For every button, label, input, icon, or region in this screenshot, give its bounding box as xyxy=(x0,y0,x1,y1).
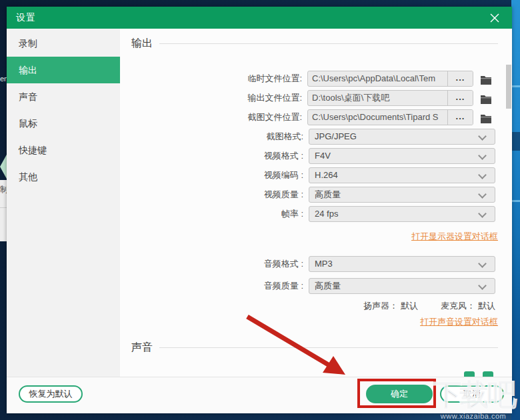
temp-file-location-row: 临时文件位置: C:\Users\pc\AppData\Local\Tem ..… xyxy=(247,71,492,87)
microphone-label: 麦克风： xyxy=(441,300,475,312)
audio-quality-dropdown[interactable]: 高质量 xyxy=(309,278,495,294)
sidebar-item-mouse[interactable]: 鼠标 xyxy=(7,110,120,137)
field-label: 视频编码 : xyxy=(264,169,303,181)
path-value: D:\tools\桌面\下载吧 xyxy=(308,91,447,105)
dropdown-value: F4V xyxy=(309,149,495,163)
speaker-label: 扬声器： xyxy=(363,300,398,312)
dropdown-value: MP3 xyxy=(309,257,495,271)
folder-icon xyxy=(480,94,492,104)
sidebar-item-sound[interactable]: 声音 xyxy=(7,83,120,110)
speaker-icon xyxy=(464,371,475,377)
frame-rate-dropdown[interactable]: 24 fps xyxy=(309,206,495,222)
dialog-titlebar: 设置 xyxy=(7,7,512,29)
video-codec-row: 视频编码 : H.264 xyxy=(264,167,495,183)
section-title: 声音 xyxy=(131,341,153,355)
field-label: 截图格式: xyxy=(266,131,303,143)
divider xyxy=(159,43,498,44)
field-label: 帧率 : xyxy=(281,208,303,220)
audio-devices-row: 扬声器： 默认 麦克风： 默认 xyxy=(363,300,495,312)
microphone-icon xyxy=(483,371,493,377)
screenshot-file-location-field[interactable]: C:\Users\pc\Documents\Tipard S ... xyxy=(307,109,473,125)
wallpaper-streak xyxy=(511,200,520,202)
desktop-wallpaper-strip xyxy=(511,0,520,420)
settings-sidebar: 录制 输出 声音 鼠标 快捷键 其他 xyxy=(7,29,120,377)
open-folder-button[interactable] xyxy=(480,73,492,85)
screenshot-format-row: 截图格式: JPG/JPEG xyxy=(266,129,495,145)
wallpaper-band xyxy=(511,132,520,151)
temp-file-location-field[interactable]: C:\Users\pc\AppData\Local\Tem ... xyxy=(307,71,473,87)
dropdown-value: 高质量 xyxy=(309,279,495,293)
audio-format-dropdown[interactable]: MP3 xyxy=(309,256,495,272)
audio-quality-row: 音频质量 : 高质量 xyxy=(264,278,495,294)
video-format-dropdown[interactable]: F4V xyxy=(309,148,495,164)
browse-button[interactable]: ... xyxy=(447,71,473,86)
video-quality-dropdown[interactable]: 高质量 xyxy=(309,187,495,203)
open-folder-button[interactable] xyxy=(480,92,492,104)
sidebar-item-other[interactable]: 其他 xyxy=(7,163,120,190)
frame-rate-row: 帧率 : 24 fps xyxy=(281,206,495,222)
cancel-button[interactable]: 取消 xyxy=(440,385,504,403)
video-quality-row: 视频质量 : 高质量 xyxy=(264,187,495,203)
dialog-footer: 恢复为默认 确定 取消 xyxy=(7,377,512,413)
field-label: 输出文件位置: xyxy=(247,92,302,104)
field-label: 临时文件位置: xyxy=(247,73,302,85)
field-label: 音频质量 : xyxy=(264,280,303,292)
close-button[interactable] xyxy=(487,10,503,26)
field-label: 音频格式 : xyxy=(264,258,303,270)
screenshot-format-dropdown[interactable]: JPG/JPEG xyxy=(309,129,495,145)
folder-icon xyxy=(480,113,492,123)
browse-button[interactable]: ... xyxy=(447,110,473,125)
sound-section-header: 声音 xyxy=(131,341,498,355)
field-label: 视频质量 : xyxy=(264,189,303,201)
dropdown-value: 高质量 xyxy=(309,187,495,202)
sidebar-item-record[interactable]: 录制 xyxy=(7,30,120,57)
close-icon xyxy=(490,13,499,23)
dropdown-value: JPG/JPEG xyxy=(309,129,495,144)
dialog-title: 设置 xyxy=(16,12,36,24)
wallpaper-streak xyxy=(511,85,520,87)
output-file-location-field[interactable]: D:\tools\桌面\下载吧 ... xyxy=(307,90,473,106)
folder-icon xyxy=(480,75,492,85)
speaker-value: 默认 xyxy=(401,300,418,312)
microphone-value: 默认 xyxy=(478,300,495,312)
settings-dialog: 设置 录制 输出 声音 鼠标 快捷键 其他 输出 xyxy=(7,7,512,413)
browse-button[interactable]: ... xyxy=(447,91,473,105)
open-sound-settings-link[interactable]: 打开声音设置对话框 xyxy=(420,316,498,328)
divider xyxy=(159,347,498,348)
screenshot-file-location-row: 截图文件位置: C:\Users\pc\Documents\Tipard S .… xyxy=(247,109,492,125)
desktop-background: en 制 设置 录制 输出 声音 鼠标 快捷键 其他 xyxy=(0,0,520,420)
background-window-fragment: 制 xyxy=(0,180,7,241)
open-display-settings-link[interactable]: 打开显示器设置对话框 xyxy=(411,231,498,243)
output-settings-panel: 输出 临时文件位置: C:\Users\pc\AppData\Local\Tem… xyxy=(120,29,512,377)
path-value: C:\Users\pc\AppData\Local\Tem xyxy=(308,71,447,86)
output-section-header: 输出 xyxy=(131,37,498,51)
path-value: C:\Users\pc\Documents\Tipard S xyxy=(308,110,447,125)
output-file-location-row: 输出文件位置: D:\tools\桌面\下载吧 ... xyxy=(247,90,492,106)
open-folder-button[interactable] xyxy=(480,111,492,123)
dropdown-value: H.264 xyxy=(309,168,495,183)
restore-defaults-button[interactable]: 恢复为默认 xyxy=(19,385,83,403)
video-format-row: 视频格式 : F4V xyxy=(264,148,495,164)
audio-format-row: 音频格式 : MP3 xyxy=(264,256,495,272)
divider xyxy=(0,207,7,208)
section-title: 输出 xyxy=(131,37,153,51)
ok-button[interactable]: 确定 xyxy=(366,385,433,403)
video-codec-dropdown[interactable]: H.264 xyxy=(309,167,495,183)
scrollbar-thumb[interactable] xyxy=(506,65,511,109)
dropdown-value: 24 fps xyxy=(309,207,495,221)
sidebar-item-output[interactable]: 输出 xyxy=(7,57,120,83)
field-label: 截图文件位置: xyxy=(247,111,302,123)
sidebar-item-hotkeys[interactable]: 快捷键 xyxy=(7,137,120,163)
field-label: 视频格式 : xyxy=(264,150,303,162)
